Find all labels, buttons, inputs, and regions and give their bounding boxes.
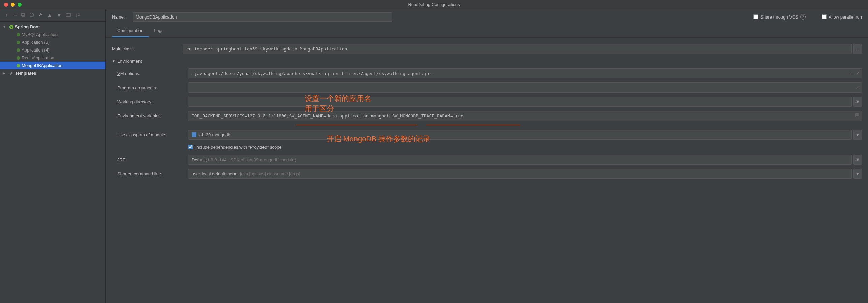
wrench-icon[interactable] [38, 12, 43, 19]
tree-item-redis[interactable]: RedisApplication [0, 54, 105, 62]
working-dir-input[interactable] [188, 97, 852, 107]
dropdown-button[interactable]: ▼ [853, 97, 862, 107]
svg-rect-1 [22, 14, 25, 16]
svg-point-6 [17, 64, 20, 67]
checkbox-icon[interactable] [753, 14, 758, 19]
jre-label: JRE: [117, 157, 188, 162]
tree-group-templates[interactable]: ▶ Templates [0, 69, 105, 77]
folder-icon[interactable] [66, 12, 71, 19]
spring-boot-icon [15, 32, 22, 37]
classpath-label: Use classpath of module: [117, 132, 188, 137]
name-label: Name: [112, 14, 129, 20]
env-vars-input[interactable]: TOR_BACKEND_SERVICES=127.0.0.1:11800;SW_… [188, 111, 862, 121]
shorten-label: Shorten command line: [117, 171, 188, 176]
classpath-select[interactable]: lab-39-mongodb [188, 130, 852, 140]
module-icon [192, 132, 196, 137]
main-class-input[interactable]: cn.iocoder.springboot.lab39.skywalkingde… [183, 44, 852, 54]
svg-point-3 [17, 40, 20, 44]
share-vcs-checkbox[interactable]: Share through VCS ? [753, 14, 806, 20]
share-label: Share through VCS [760, 14, 798, 20]
up-icon[interactable]: ▲ [47, 12, 52, 19]
svg-point-4 [17, 48, 20, 52]
info-icon[interactable]: ? [800, 14, 806, 20]
tab-logs[interactable]: Logs [149, 25, 169, 37]
wrench-icon [8, 71, 15, 76]
environment-label: Environment [117, 59, 142, 64]
env-vars-label: Environment variables: [117, 113, 188, 119]
tree-item-app3[interactable]: Application (3) [0, 38, 105, 46]
parallel-label: Allow parallel run [829, 14, 862, 20]
traffic-lights [0, 3, 22, 7]
allow-parallel-checkbox[interactable]: Allow parallel run [822, 14, 862, 20]
copy-icon[interactable] [21, 12, 25, 19]
title-bar: Run/Debug Configurations [0, 0, 868, 9]
dropdown-button[interactable]: ▼ [853, 130, 862, 140]
spring-boot-icon [15, 48, 22, 53]
minimize-icon[interactable] [11, 3, 15, 7]
shorten-select[interactable]: user-local default: none - java [options… [188, 169, 852, 179]
tree-item-label: MySQLApplication [22, 32, 58, 37]
tree-item-mongodb[interactable]: MongoDBApplication [0, 62, 105, 69]
chevron-down-icon: ▼ [112, 59, 115, 63]
tree-group-spring-boot[interactable]: ▼ Spring Boot [0, 23, 105, 31]
svg-point-5 [17, 56, 20, 60]
add-icon[interactable]: ＋ [4, 12, 9, 19]
spring-boot-icon [15, 56, 22, 60]
tree-item-label: MongoDBApplication [22, 63, 62, 68]
browse-button[interactable]: … [853, 44, 862, 54]
tab-bar: Configuration Logs [106, 24, 868, 38]
spring-boot-icon [15, 40, 22, 45]
tree-group-label: Templates [15, 71, 36, 76]
sidebar: ＋ − ▲ ▼ ↓² ▼ Spring Bo [0, 9, 106, 303]
jre-select[interactable]: Default (1.8.0_144 - SDK of 'lab-39-mong… [188, 155, 852, 165]
vm-options-input[interactable]: -javaagent:/Users/yunai/skywalking/apach… [188, 68, 862, 78]
down-icon[interactable]: ▼ [56, 12, 62, 19]
program-args-input[interactable] [188, 82, 862, 93]
checkbox-icon[interactable] [822, 14, 827, 19]
tree-item-label: RedisApplication [22, 55, 54, 60]
chevron-right-icon: ▶ [3, 71, 8, 75]
tree-item-label: Application (3) [22, 40, 50, 45]
name-input[interactable] [133, 12, 392, 22]
sidebar-toolbar: ＋ − ▲ ▼ ↓² [0, 9, 105, 22]
checkbox-icon[interactable] [188, 145, 193, 149]
include-provided-checkbox[interactable]: Include dependencies with "Provided" sco… [188, 145, 862, 150]
config-tree: ▼ Spring Boot MySQLApplication Applicati… [0, 22, 105, 78]
tree-item-app4[interactable]: Application (4) [0, 46, 105, 54]
svg-rect-0 [21, 13, 24, 16]
main-panel: Name: Share through VCS ? Allow parallel… [106, 9, 868, 303]
svg-point-2 [17, 33, 20, 36]
spring-boot-icon [15, 63, 22, 68]
remove-icon[interactable]: − [13, 12, 17, 19]
tab-configuration[interactable]: Configuration [112, 25, 149, 37]
close-icon[interactable] [4, 3, 8, 7]
dropdown-button[interactable]: ▼ [853, 169, 862, 179]
include-provided-label: Include dependencies with "Provided" sco… [195, 145, 282, 150]
vm-options-label: VM options: [117, 71, 188, 76]
window-title: Run/Debug Configurations [408, 2, 460, 7]
tree-item-mysql[interactable]: MySQLApplication [0, 31, 105, 38]
spring-boot-icon [8, 25, 15, 29]
working-dir-label: Working directory: [117, 99, 188, 104]
tree-item-label: Application (4) [22, 47, 50, 53]
maximize-icon[interactable] [18, 3, 22, 7]
environment-section[interactable]: ▼ Environment [112, 56, 862, 66]
sort-icon[interactable]: ↓² [75, 12, 80, 19]
tree-group-label: Spring Boot [15, 24, 40, 29]
save-icon[interactable] [29, 12, 34, 19]
dropdown-button[interactable]: ▼ [853, 155, 862, 165]
main-class-label: Main class: [112, 46, 183, 52]
program-args-label: Program arguments: [117, 85, 188, 90]
chevron-down-icon: ▼ [3, 25, 8, 29]
